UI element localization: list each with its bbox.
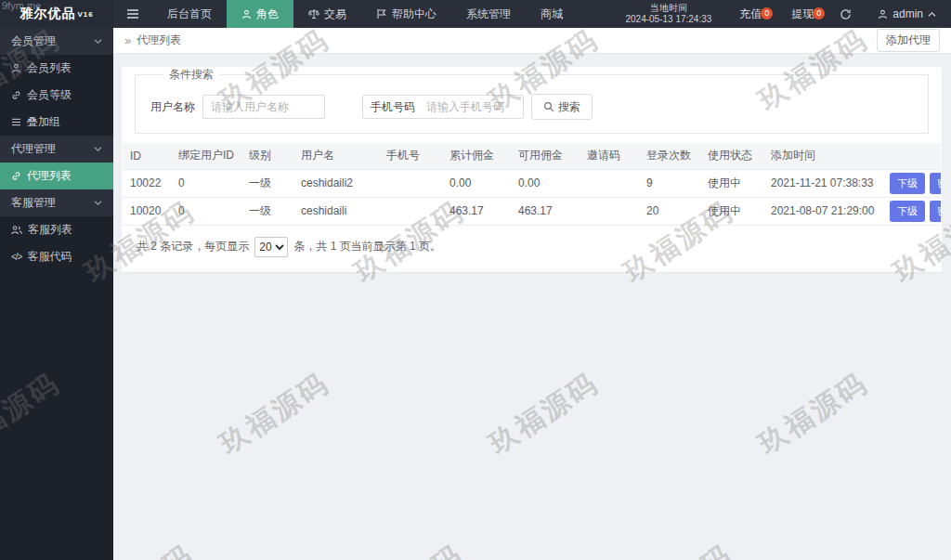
link-icon <box>11 90 21 100</box>
cell-username: ceshidaili <box>293 197 379 225</box>
refresh-icon <box>840 8 852 20</box>
col-bind-uid: 绑定用户ID <box>171 143 241 169</box>
users-icon <box>11 225 22 235</box>
chevron-down-icon <box>94 146 102 152</box>
table-row: 10022 0 一级 ceshidaili2 0.00 0.00 9 使用中 2… <box>123 169 941 197</box>
nav-item-home[interactable]: 后台首页 <box>152 0 227 28</box>
sidebar-item-service-list[interactable]: 客服列表 <box>0 216 113 243</box>
sidebar-group-agent[interactable]: 代理管理 <box>0 136 113 163</box>
col-id: ID <box>123 143 171 169</box>
search-button[interactable]: 搜索 <box>531 94 593 120</box>
local-time: 当地时间 2024-05-13 17:24:33 <box>612 3 724 25</box>
withdraw-button[interactable]: 提现 0 <box>776 7 828 22</box>
cell-created-at: 2021-08-07 21:29:00 <box>763 197 882 225</box>
username-search-input[interactable] <box>202 95 325 119</box>
nav-item-mall-label: 商城 <box>541 7 563 22</box>
col-login-count: 登录次数 <box>639 143 700 169</box>
nav-item-trade[interactable]: 交易 <box>293 0 361 28</box>
col-total-commission: 累计佣金 <box>442 143 511 169</box>
sidebar-item-service-list-label: 客服列表 <box>28 222 72 238</box>
refresh-button[interactable] <box>828 8 863 20</box>
sidebar-item-overlay-group[interactable]: 叠加组 <box>0 109 113 136</box>
username-field-label: 用户名称 <box>150 99 195 115</box>
cell-invite-code <box>580 197 639 225</box>
top-nav: 后台首页 角色 交易 帮助中心 系统管理 商城 <box>152 0 578 28</box>
user-icon <box>11 63 21 73</box>
cell-id: 10022 <box>123 169 171 197</box>
col-phone: 手机号 <box>379 143 442 169</box>
local-time-value: 2024-05-13 17:24:33 <box>625 14 711 25</box>
sidebar-item-member-list[interactable]: 会员列表 <box>0 55 113 82</box>
col-status: 使用状态 <box>700 143 763 169</box>
sidebar-group-agent-label: 代理管理 <box>11 141 56 157</box>
user-menu[interactable]: admin <box>863 7 951 20</box>
scales-icon <box>308 8 319 20</box>
chevron-down-icon <box>94 38 102 45</box>
cell-actions: 下级密码编辑佣金记录禁用 <box>882 197 941 225</box>
sidebar-item-service-code-label: 客服代码 <box>27 249 72 265</box>
search-panel-legend: 条件搜索 <box>163 67 219 83</box>
user-avatar-icon <box>878 9 888 20</box>
status-badge: 使用中 <box>700 169 763 197</box>
sidebar-item-agent-list-label: 代理列表 <box>27 168 72 184</box>
chevron-down-icon <box>94 200 102 206</box>
sidebar-item-service-code[interactable]: </> 客服代码 <box>0 243 113 270</box>
phone-field-group: 手机号码 <box>362 95 524 119</box>
cell-invite-code <box>580 169 639 197</box>
recharge-badge: 0 <box>761 7 773 20</box>
user-menu-name: admin <box>892 7 923 20</box>
password-button[interactable]: 密码 <box>930 173 941 194</box>
cell-level: 一级 <box>241 169 293 197</box>
per-page-select[interactable]: 20 <box>254 237 288 257</box>
nav-item-help[interactable]: 帮助中心 <box>361 0 451 28</box>
sidebar-group-member-label: 会员管理 <box>11 33 56 49</box>
phone-search-input[interactable] <box>423 96 523 118</box>
subordinate-button[interactable]: 下级 <box>890 173 925 194</box>
chevron-up-icon <box>928 11 936 18</box>
recharge-button[interactable]: 充值 0 <box>724 7 776 22</box>
nav-item-role[interactable]: 角色 <box>227 0 293 28</box>
cell-bind-uid: 0 <box>171 169 241 197</box>
flag-icon <box>376 8 387 20</box>
cell-id: 10020 <box>123 197 171 225</box>
password-button[interactable]: 密码 <box>930 201 941 222</box>
sidebar-item-member-list-label: 会员列表 <box>27 60 72 76</box>
nav-item-system[interactable]: 系统管理 <box>451 0 526 28</box>
col-invite-code: 邀请码 <box>580 143 639 169</box>
withdraw-label: 提现 <box>791 7 814 20</box>
search-panel: 条件搜索 用户名称 手机号码 搜索 <box>135 67 929 134</box>
code-icon: </> <box>11 252 21 262</box>
recharge-label: 充值 <box>739 7 762 20</box>
nav-item-home-label: 后台首页 <box>167 7 212 22</box>
cell-available-commission: 0.00 <box>511 169 580 197</box>
col-actions <box>882 143 941 169</box>
cell-level: 一级 <box>241 197 293 225</box>
cell-actions: 下级密码编辑佣金记录禁用 <box>882 169 941 197</box>
cell-created-at: 2021-11-21 07:38:33 <box>763 169 882 197</box>
sidebar-toggle-button[interactable] <box>113 0 152 28</box>
sidebar-group-member[interactable]: 会员管理 <box>0 28 113 55</box>
subordinate-button[interactable]: 下级 <box>890 201 925 222</box>
sidebar: 会员管理 会员列表 会员等级 叠加组 代理管理 代理列表 客服管理 <box>0 28 113 560</box>
breadcrumb-current: 代理列表 <box>137 33 181 48</box>
sidebar-item-member-level[interactable]: 会员等级 <box>0 82 113 109</box>
pagination-prefix: 共 2 条记录，每页显示 <box>137 239 249 254</box>
cell-phone <box>379 197 442 225</box>
sidebar-item-agent-list[interactable]: 代理列表 <box>0 163 113 189</box>
search-icon <box>543 101 554 112</box>
add-agent-button[interactable]: 添加代理 <box>877 29 940 52</box>
cell-username: ceshidaili2 <box>293 169 379 197</box>
nav-item-mall[interactable]: 商城 <box>526 0 578 28</box>
breadcrumb-chevrons-icon: » <box>124 33 131 47</box>
nav-item-role-label: 角色 <box>256 7 279 22</box>
sidebar-group-service-label: 客服管理 <box>11 195 56 211</box>
app-logo-version: V16 <box>77 10 93 19</box>
pagination-suffix: 条，共 1 页当前显示第 1 页。 <box>293 239 441 254</box>
sidebar-item-overlay-group-label: 叠加组 <box>27 114 60 130</box>
app-logo-text: 雅尔优品 <box>20 6 75 22</box>
status-badge: 使用中 <box>700 197 763 225</box>
nav-item-trade-label: 交易 <box>324 7 346 22</box>
sidebar-group-service[interactable]: 客服管理 <box>0 189 113 216</box>
app-logo: 雅尔优品V16 <box>0 0 113 28</box>
breadcrumb: » 代理列表 添加代理 <box>113 28 951 54</box>
